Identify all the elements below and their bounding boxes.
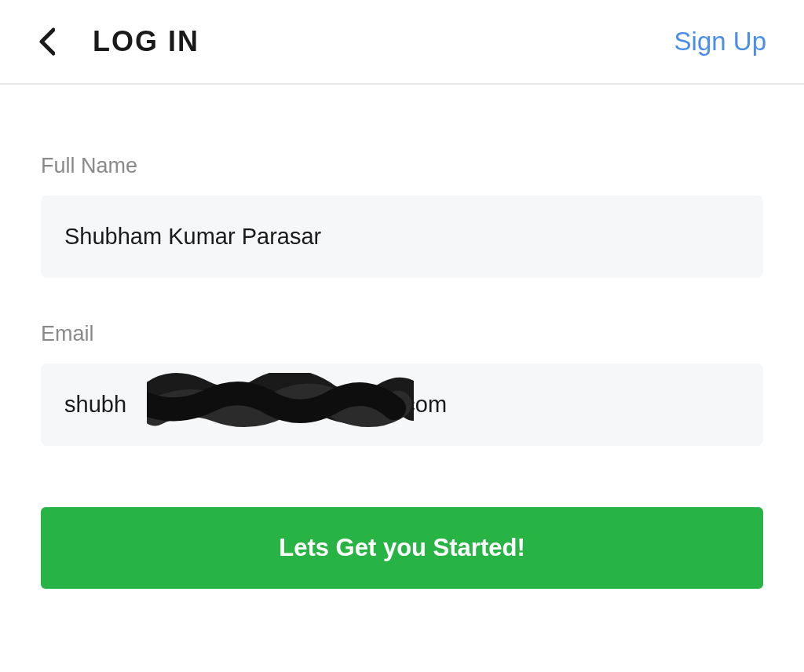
email-group: Email shubhxxxxxxxxxxxxxxxxx@gmail.com xyxy=(41,322,763,446)
form-area: Full Name Email shubhxxxxxxxxxxxxxxxxx@g… xyxy=(0,85,804,589)
header: LOG IN Sign Up xyxy=(0,0,804,85)
get-started-button[interactable]: Lets Get you Started! xyxy=(41,507,763,589)
fullname-label: Full Name xyxy=(41,154,763,178)
page-title: LOG IN xyxy=(93,25,199,58)
fullname-field[interactable] xyxy=(41,195,763,278)
back-icon[interactable] xyxy=(38,27,55,56)
email-field[interactable]: shubhxxxxxxxxxxxxxxxxx@gmail.com xyxy=(41,363,763,446)
signup-link[interactable]: Sign Up xyxy=(674,27,766,57)
email-value: shubhxxxxxxxxxxxxxxxxx@gmail.com xyxy=(64,392,447,417)
header-left: LOG IN xyxy=(38,25,199,58)
email-label: Email xyxy=(41,322,763,346)
fullname-group: Full Name xyxy=(41,154,763,278)
